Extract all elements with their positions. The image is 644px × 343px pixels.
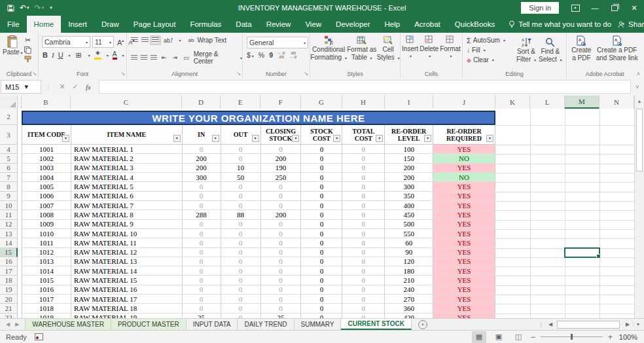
align-top-icon[interactable] (131, 37, 138, 43)
cell-code[interactable]: 1006 (22, 192, 71, 201)
cell-stock_cost[interactable]: 0 (301, 304, 342, 313)
filter-dropdown-icon[interactable]: ▾ (333, 135, 340, 142)
borders-icon[interactable]: ⊞ (75, 51, 83, 60)
cell-code[interactable]: 1017 (22, 295, 71, 304)
italic-button[interactable]: I (52, 51, 54, 59)
zoom-slider[interactable] (541, 336, 603, 337)
merge-center-button[interactable]: Merge & Center (194, 50, 236, 65)
tab-home[interactable]: Home (27, 16, 62, 33)
share-button[interactable]: Share (618, 16, 644, 33)
font-name-select[interactable]: Cambria▾ (42, 36, 90, 48)
cell-total_cost[interactable]: 0 (342, 238, 385, 247)
format-painter-icon[interactable] (24, 56, 31, 63)
cancel-icon[interactable]: ✕ (56, 82, 69, 91)
cell-code[interactable]: 1013 (22, 257, 71, 266)
cell-stock_cost[interactable]: 0 (301, 238, 342, 247)
percent-style-icon[interactable]: % (259, 51, 264, 59)
cell-out[interactable]: 0 (221, 154, 261, 163)
fill-button[interactable]: ↓Fill▾ (467, 46, 505, 54)
cell-out[interactable]: 0 (221, 192, 261, 201)
undo-button[interactable]: ↶▾ (18, 3, 31, 12)
font-size-select[interactable]: 11▾ (92, 36, 114, 48)
align-left-icon[interactable] (131, 55, 137, 61)
row-header-15[interactable]: 15 (0, 248, 18, 257)
cell-stock_cost[interactable]: 0 (301, 182, 342, 191)
cell-name[interactable]: RAW MATERIAL 7 (71, 201, 183, 210)
cell-total_cost[interactable]: 0 (342, 173, 385, 182)
cell-in[interactable]: 0 (183, 182, 221, 191)
sign-in-button[interactable]: Sign in (521, 2, 559, 14)
collapse-ribbon-icon[interactable]: ˄ (637, 71, 640, 77)
sheet-nav-left-icon[interactable]: ◀ (6, 321, 10, 327)
scroll-up-icon[interactable]: ▲ (635, 96, 644, 106)
cell-code[interactable]: 1014 (22, 266, 71, 276)
cell-in[interactable]: 0 (183, 266, 221, 276)
row-header-11[interactable]: 11 (0, 210, 18, 219)
column-header-I[interactable]: I (385, 96, 433, 109)
cell-name[interactable]: RAW MATERIAL 2 (71, 154, 183, 163)
cell-code[interactable]: 1002 (22, 154, 71, 163)
sheet-tab-product-master[interactable]: PRODUCT MASTER (111, 319, 187, 330)
cell-total_cost[interactable]: 0 (342, 285, 385, 295)
comma-style-icon[interactable]: 9 (269, 51, 273, 59)
reorder-required-cell[interactable]: YES (433, 295, 495, 304)
cell-out[interactable]: 0 (221, 276, 261, 285)
cell-name[interactable]: RAW MATERIAL 18 (71, 304, 183, 313)
reorder-required-cell[interactable]: YES (433, 145, 495, 154)
cell-level[interactable]: 210 (385, 276, 433, 285)
reorder-required-cell[interactable]: YES (433, 266, 495, 276)
cell-out[interactable]: 0 (221, 295, 261, 304)
cell-stock_cost[interactable]: 0 (301, 220, 342, 229)
formula-input[interactable] (99, 80, 631, 94)
filter-dropdown-icon[interactable]: ▾ (252, 135, 259, 142)
cell-total_cost[interactable]: 0 (342, 248, 385, 257)
cell-closing[interactable]: 200 (261, 154, 302, 163)
cell-closing[interactable]: 0 (261, 304, 302, 313)
orientation-icon[interactable]: ab⤴ (162, 37, 175, 44)
cell-out[interactable]: 0 (221, 266, 261, 276)
cell-code[interactable]: 1008 (22, 210, 71, 219)
cell-level[interactable]: 90 (385, 248, 433, 257)
cell-code[interactable]: 1016 (22, 285, 71, 295)
cell-out[interactable]: 10 (221, 164, 261, 173)
increase-indent-icon[interactable]: ⇥ (171, 54, 179, 61)
cell-total_cost[interactable]: 0 (342, 210, 385, 219)
cell-name[interactable]: RAW MATERIAL 1 (71, 145, 183, 154)
cell-code[interactable]: 1010 (22, 229, 71, 238)
close-button[interactable]: ✕ (624, 0, 644, 16)
decrease-indent-icon[interactable]: ⇤ (160, 54, 168, 61)
cell-closing[interactable]: 0 (261, 201, 302, 210)
cell-in[interactable]: 0 (183, 295, 221, 304)
reorder-required-cell[interactable]: YES (433, 192, 495, 201)
cell-out[interactable]: 0 (221, 248, 261, 257)
cell-closing[interactable]: 0 (261, 285, 302, 295)
tab-formulas[interactable]: Formulas (183, 16, 228, 33)
cell-name[interactable]: RAW MATERIAL 10 (71, 229, 183, 238)
table-header-re-order[interactable]: RE-ORDERREQUIRED▾ (433, 125, 495, 144)
tab-help[interactable]: Help (378, 16, 408, 33)
filter-dropdown-icon[interactable]: ▾ (292, 135, 299, 142)
cell-stock_cost[interactable]: 0 (301, 295, 342, 304)
cell-closing[interactable]: 0 (261, 257, 302, 266)
vertical-scroll-thumb[interactable] (636, 109, 643, 172)
name-box[interactable]: M15▾ (1, 80, 41, 94)
cell-total_cost[interactable]: 0 (342, 295, 385, 304)
minimize-button[interactable]: — (585, 0, 605, 16)
cell-total_cost[interactable]: 0 (342, 276, 385, 285)
row-header-6[interactable]: 6 (0, 164, 18, 173)
column-header-L[interactable]: L (530, 96, 565, 109)
row-header-12[interactable]: 12 (0, 220, 18, 229)
customize-qat-button[interactable]: ▾ (47, 5, 54, 10)
fill-color-icon[interactable]: ◆ (94, 50, 101, 60)
reorder-required-cell[interactable]: YES (433, 248, 495, 257)
row-header-13[interactable]: 13 (0, 229, 18, 238)
cell-out[interactable]: 88 (221, 210, 261, 219)
sheet-tab-daily-trend[interactable]: DAILY TREND (238, 319, 294, 330)
page-break-view-icon[interactable]: ◫ (511, 331, 526, 343)
tab-insert[interactable]: Insert (61, 16, 94, 33)
restore-button[interactable] (605, 0, 624, 16)
reorder-required-cell[interactable]: YES (433, 257, 495, 266)
paste-button[interactable]: Paste▾ (3, 35, 22, 56)
tab-review[interactable]: Review (259, 16, 298, 33)
cell-level[interactable]: 400 (385, 201, 433, 210)
